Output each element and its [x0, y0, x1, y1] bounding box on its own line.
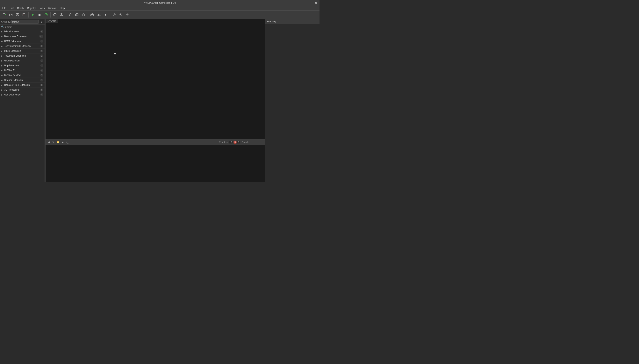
new-button[interactable] — [1, 12, 8, 18]
chevron-right-icon: ▶ — [1, 64, 3, 67]
svg-rect-18 — [76, 14, 78, 16]
load-down-button[interactable] — [52, 12, 58, 18]
minimize-button[interactable]: ─ — [298, 0, 305, 6]
bottom-status-area: ▽ ★ ℹ ⚠ 13 ✕ 0 — [219, 140, 264, 144]
svg-rect-5 — [17, 15, 19, 16]
menu-window[interactable]: Window — [47, 6, 58, 10]
console-edit-button[interactable]: ✎ — [51, 140, 55, 144]
save-button[interactable] — [15, 12, 21, 18]
open-button[interactable] — [8, 12, 14, 18]
menu-edit[interactable]: Edit — [8, 6, 15, 10]
graph-tab[interactable]: MyGraph — [46, 19, 58, 23]
main-layout: Group by: Default Category Author ↻ 🔍 ▶M… — [0, 19, 320, 182]
info-filter-icon[interactable]: ℹ — [224, 141, 225, 144]
svg-point-42 — [126, 14, 127, 15]
extension-count: 5 — [40, 69, 43, 72]
extension-item[interactable]: ▶Benchmark Extension11 — [0, 34, 45, 39]
toolbar-sep-5 — [110, 12, 110, 18]
group-by-label: Group by: — [1, 20, 11, 23]
search-input[interactable] — [5, 26, 43, 28]
menu-graph[interactable]: Graph — [16, 6, 25, 10]
chevron-right-icon: ▶ — [1, 84, 3, 86]
close-window-button[interactable]: ✕ — [312, 0, 320, 6]
bottom-toolbar: ◀ ✎ 📁 ▶ >_ ▽ ★ ℹ ⚠ 13 ✕ 0 — [46, 140, 265, 145]
extension-item[interactable]: ▶3D Processing8 — [0, 88, 45, 92]
svg-rect-26 — [97, 14, 99, 16]
svg-point-45 — [127, 15, 128, 16]
extension-item[interactable]: ▶RMM Extension1 — [0, 39, 45, 44]
extension-count: 3 — [40, 64, 43, 67]
menu-help[interactable]: Help — [58, 6, 66, 10]
console-run-button[interactable]: ▶ — [61, 140, 65, 144]
graph-canvas[interactable]: MyGraph — [46, 19, 265, 139]
chevron-right-icon: ▶ — [1, 36, 3, 38]
chevron-right-icon: ▶ — [1, 30, 3, 33]
paste-button[interactable] — [80, 12, 87, 18]
extension-name: Miscellaneous — [4, 30, 40, 33]
property-panel: Property — [265, 19, 320, 182]
restore-button[interactable]: ❐ — [305, 0, 312, 6]
auto-layout-button[interactable] — [124, 12, 131, 18]
svg-rect-27 — [99, 14, 101, 16]
extension-count: 4 — [40, 93, 43, 96]
extension-item[interactable]: ▶HttpExtension3 — [0, 63, 45, 68]
extension-count: 1 — [40, 79, 43, 82]
refresh-button[interactable]: ↻ — [40, 20, 43, 24]
menu-registry[interactable]: Registry — [26, 6, 37, 10]
center-graph-button[interactable] — [111, 12, 117, 18]
extension-item[interactable]: ▶Ucx Data Relay4 — [0, 92, 45, 97]
svg-rect-0 — [3, 14, 5, 16]
extension-item[interactable]: ▶GrpcExtension2 — [0, 58, 45, 63]
filter-icon[interactable]: ▽ — [219, 141, 220, 144]
extension-name: GrpcExtension — [4, 59, 40, 62]
warning-filter-icon[interactable]: ⚠ — [226, 141, 228, 144]
chevron-right-icon: ▶ — [1, 74, 3, 76]
extension-item[interactable]: ▶NvTritonTestExt7 — [0, 73, 45, 78]
extension-item[interactable]: ▶NvTritonExt5 — [0, 68, 45, 73]
menu-file[interactable]: File — [1, 6, 8, 10]
check-button[interactable] — [43, 12, 49, 18]
extension-name: Benchmark Extension — [4, 35, 39, 38]
extension-item[interactable]: ▶Miscellaneous4 — [0, 29, 45, 34]
copy-button[interactable] — [74, 12, 80, 18]
extension-count: 8 — [40, 88, 43, 91]
close-file-button[interactable] — [21, 12, 27, 18]
chevron-right-icon: ▶ — [1, 50, 3, 52]
app-title: NVIDIA Graph Composer 4.1.0 — [144, 2, 176, 4]
extension-count: 8 — [40, 84, 43, 86]
extension-item[interactable]: ▶MISB Extension1 — [0, 48, 45, 54]
load-up-button[interactable] — [58, 12, 65, 18]
extension-name: NvTritonExt — [4, 69, 40, 72]
chevron-right-icon: ▶ — [1, 79, 3, 81]
toolbar — [0, 10, 320, 19]
svg-line-25 — [93, 15, 93, 15]
error-badge: ✕ — [234, 140, 237, 144]
chevron-right-icon: ▶ — [1, 40, 3, 42]
subgraph-button[interactable] — [96, 12, 102, 18]
play-button[interactable] — [30, 12, 36, 18]
more-nodes-button[interactable] — [89, 12, 95, 18]
console-folder-button[interactable]: 📁 — [56, 140, 60, 144]
delete-button[interactable] — [67, 12, 73, 18]
extension-item[interactable]: ▶Stream Extension1 — [0, 78, 45, 83]
svg-rect-20 — [83, 14, 84, 14]
extension-item[interactable]: ▶Test MISB Extension2 — [0, 54, 45, 58]
toolbar-sep-3 — [66, 12, 66, 18]
extension-name: 3D Processing — [4, 88, 40, 91]
log-search-input[interactable] — [241, 140, 264, 144]
chevron-right-icon: ▶ — [1, 94, 3, 96]
dot-node-button[interactable] — [102, 12, 109, 18]
chevron-right-icon: ▶ — [1, 45, 3, 47]
extension-item[interactable]: ▶Behavior Tree Extension8 — [0, 83, 45, 88]
svg-rect-21 — [90, 14, 92, 15]
bottom-section: ◀ ✎ 📁 ▶ >_ ▽ ★ ℹ ⚠ 13 ✕ 0 — [46, 139, 265, 182]
group-by-row: Group by: Default Category Author ↻ — [0, 19, 45, 25]
star-filter-icon[interactable]: ★ — [221, 141, 223, 144]
extension-count: 2 — [40, 54, 43, 57]
console-back-button[interactable]: ◀ — [47, 140, 51, 144]
extension-item[interactable]: ▶TestBenchmarkExtension2 — [0, 44, 45, 48]
group-by-select[interactable]: Default Category Author — [11, 20, 39, 24]
fit-graph-button[interactable] — [118, 12, 124, 18]
stop-button[interactable] — [36, 12, 43, 18]
menu-tools[interactable]: Tools — [38, 6, 46, 10]
